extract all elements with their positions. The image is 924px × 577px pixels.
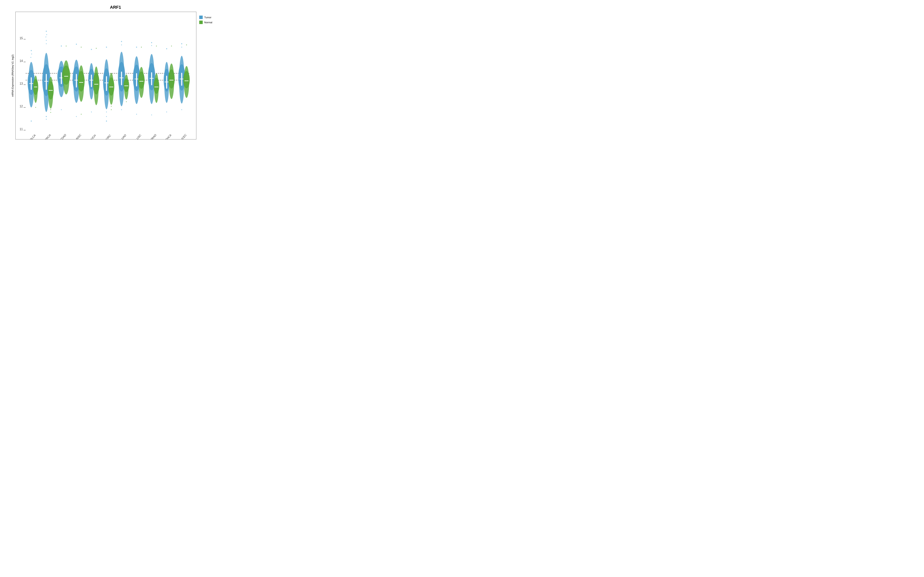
svg-point-59: [81, 114, 82, 115]
legend-item-tumor: Tumor: [199, 16, 218, 19]
svg-point-37: [50, 109, 51, 110]
chart-title: ARF1: [110, 5, 121, 10]
svg-point-15: [31, 53, 32, 55]
svg-text:BLCA: BLCA: [29, 134, 36, 139]
svg-point-104: [141, 47, 142, 48]
svg-point-129: [181, 43, 182, 44]
svg-point-120: [166, 111, 167, 113]
svg-point-32: [46, 119, 47, 120]
svg-point-76: [106, 116, 107, 117]
svg-point-93: [124, 78, 129, 92]
svg-point-130: [181, 47, 182, 48]
svg-point-124: [168, 69, 174, 89]
y-axis-label: mRNA Expression (RNASeq V2, log2): [10, 12, 15, 139]
svg-point-48: [66, 45, 66, 47]
svg-point-42: [61, 45, 62, 47]
svg-text:BRCA: BRCA: [44, 133, 52, 139]
legend-item-normal: Normal: [199, 21, 218, 24]
svg-point-47: [62, 66, 70, 85]
svg-text:HNSC: HNSC: [74, 133, 82, 139]
svg-point-81: [108, 77, 114, 95]
svg-point-27: [46, 34, 47, 35]
svg-text:13: 13: [19, 82, 23, 85]
svg-point-17: [31, 121, 32, 122]
plot-svg: 11 12 13 14 15: [16, 12, 196, 139]
svg-point-114: [153, 78, 159, 94]
svg-point-30: [46, 43, 47, 44]
legend-label-normal: Normal: [204, 21, 212, 24]
svg-point-29: [46, 40, 47, 41]
svg-text:14: 14: [19, 59, 23, 63]
svg-point-115: [156, 45, 157, 47]
svg-text:KICH: KICH: [90, 134, 96, 139]
svg-point-103: [138, 71, 145, 89]
svg-point-94: [126, 102, 127, 102]
svg-point-63: [91, 49, 92, 50]
svg-point-119: [166, 48, 167, 50]
legend-box-tumor: [199, 16, 203, 19]
svg-point-52: [76, 44, 77, 45]
svg-point-53: [76, 116, 77, 117]
legend: Tumor Normal: [196, 14, 221, 26]
svg-point-131: [181, 109, 182, 110]
svg-text:PRAD: PRAD: [150, 133, 157, 139]
svg-point-88: [121, 44, 122, 45]
svg-point-22: [35, 107, 36, 108]
svg-text:KIRC: KIRC: [105, 134, 111, 139]
svg-point-57: [78, 71, 84, 91]
chart-container: ARF1 mRNA Expression (RNASeq V2, log2) 1…: [10, 5, 221, 139]
svg-point-64: [91, 111, 92, 113]
svg-point-77: [106, 121, 107, 122]
plot-and-legend: 11 12 13 14 15: [15, 12, 221, 139]
svg-point-74: [106, 107, 107, 108]
svg-point-110: [151, 114, 152, 115]
svg-text:11: 11: [19, 127, 23, 131]
svg-point-89: [121, 109, 122, 110]
svg-point-87: [121, 41, 122, 42]
svg-point-68: [93, 73, 99, 94]
svg-text:THCA: THCA: [165, 133, 172, 139]
svg-point-38: [50, 112, 51, 113]
svg-point-69: [96, 48, 97, 49]
svg-point-16: [31, 57, 31, 58]
svg-point-58: [81, 47, 82, 48]
svg-point-108: [151, 42, 152, 43]
svg-text:12: 12: [19, 105, 23, 108]
svg-point-83: [111, 109, 111, 110]
svg-text:15: 15: [19, 36, 23, 40]
svg-point-14: [31, 50, 32, 51]
svg-point-109: [151, 45, 152, 46]
svg-point-82: [111, 106, 111, 107]
svg-point-136: [186, 44, 187, 45]
plot-area-wrapper: 11 12 13 14 15: [15, 12, 221, 139]
svg-point-99: [136, 114, 137, 115]
svg-text:UCEC: UCEC: [180, 133, 187, 139]
legend-label-tumor: Tumor: [204, 16, 212, 19]
chart-body: mRNA Expression (RNASeq V2, log2) 11 12 …: [10, 12, 221, 139]
svg-point-75: [106, 111, 107, 113]
svg-point-43: [61, 109, 62, 110]
svg-point-31: [46, 116, 47, 117]
svg-point-26: [46, 31, 47, 32]
svg-point-73: [106, 47, 107, 48]
plot-area: 11 12 13 14 15: [15, 12, 196, 139]
svg-point-135: [183, 71, 190, 88]
svg-point-28: [45, 37, 46, 37]
legend-box-normal: [199, 21, 203, 24]
svg-point-125: [171, 45, 172, 47]
svg-text:LUSC: LUSC: [135, 134, 142, 139]
svg-text:LUAD: LUAD: [120, 134, 127, 139]
svg-point-98: [136, 47, 137, 48]
svg-text:COAD: COAD: [60, 133, 67, 139]
